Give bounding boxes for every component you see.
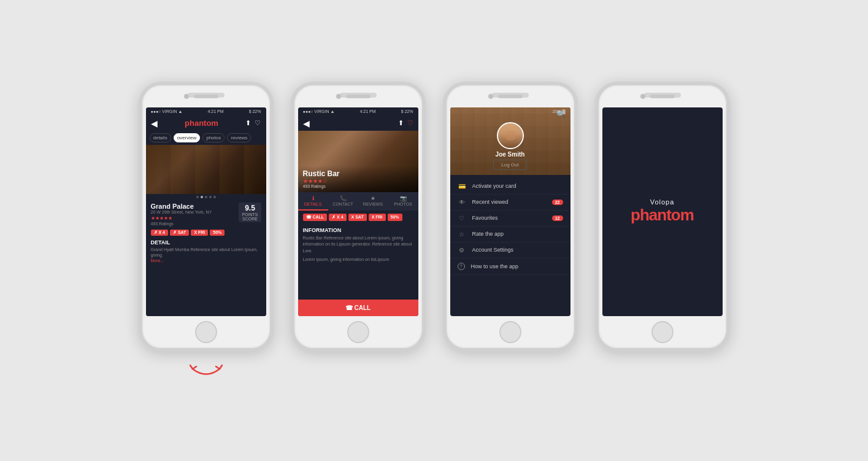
- phone1-dot-2[interactable]: [201, 196, 203, 198]
- phone2-device: ●●●○ VIRGIN ▲ 4:21 PM $ 22% ◀ ⬆ ♡ Ru: [291, 82, 426, 352]
- phone3-avatar: [497, 122, 524, 149]
- phone2-status-right: $ 22%: [401, 109, 413, 114]
- phone2-tags: ☎ CALL ✗ X 4 X SAT X FRI 50%: [298, 211, 418, 224]
- phone1-restaurant-name-block: Grand Palace 20 W 29th Street, New York,…: [151, 203, 212, 228]
- phone3-logout-button[interactable]: Log Out: [493, 160, 526, 170]
- phone2-tab-details[interactable]: ℹ DETAILS: [298, 192, 328, 211]
- phone4-logo-phantom: phantom: [631, 206, 694, 225]
- phone3-menu-item-help[interactable]: ? How to use the app: [450, 258, 570, 275]
- phone1-speaker: [194, 95, 218, 98]
- phone2-tab-reviews[interactable]: ★ REVIEWS: [358, 192, 388, 211]
- phone3-column: 20% ▓ 🔍 Joe Smith Log Out: [443, 82, 578, 380]
- phone2-share-icon[interactable]: ⬆: [398, 119, 404, 127]
- phone1-dot-5[interactable]: [213, 196, 216, 198]
- phone1-share-icon[interactable]: ⬆: [245, 119, 251, 127]
- phone2-info-text2: Lorem Ipsum, giving information on itsLi…: [303, 257, 413, 263]
- phone4-logo-container: Volopa phantom: [631, 198, 694, 225]
- phone2-tag-fri[interactable]: X FRI: [369, 214, 386, 221]
- phone3-camera: [488, 94, 493, 99]
- phone3-menu-item-recent[interactable]: 👁 Recent viewed 22: [450, 195, 570, 211]
- phone1-tag-4[interactable]: 50%: [210, 230, 225, 236]
- phone3-favourites-icon: ♡: [458, 215, 466, 222]
- phone1-screen: ●●●○ VIRGIN ▲ 4:21 PM $ 22% ◀ phantom ⬆ …: [146, 107, 266, 316]
- phone3-recent-badge: 22: [552, 200, 563, 205]
- phone3-status-right: 20% ▓: [552, 109, 565, 114]
- phone1-more-link[interactable]: More...: [151, 258, 261, 263]
- phone2-nav-actions: ⬆ ♡: [398, 119, 413, 127]
- phone2-tabs: ℹ DETAILS 📞 CONTACT ★ REVIEWS 📷 PHOTOS: [298, 192, 418, 211]
- phone1-nav: ◀ phantom ⬆ ♡: [146, 116, 266, 131]
- phone3-settings-label: Account Settings: [472, 247, 563, 253]
- phone2-details-icon: ℹ: [299, 195, 327, 201]
- phone2-back-button[interactable]: ◀: [303, 118, 310, 128]
- phone3-favourites-badge: 12: [552, 215, 563, 221]
- phone3-rate-label: Rate the app: [472, 231, 563, 237]
- phone3-card-icon: 💳: [458, 183, 466, 190]
- phone2-speaker: [346, 95, 371, 98]
- phone1-camera: [184, 94, 189, 99]
- phone3-avatar-area: Joe Smith Log Out: [450, 122, 570, 170]
- phone1-tags: ✗ X 4 ✗ SAT X FRI 50%: [151, 230, 261, 236]
- phone4-home-button[interactable]: [651, 321, 674, 343]
- phone2-bar-name: Rustic Bar: [303, 169, 413, 178]
- phone1-address: 20 W 29th Street, New York, NY: [151, 210, 212, 214]
- phone1-tabs: details overview photos reviews: [146, 131, 266, 145]
- phone3-screen: 20% ▓ 🔍 Joe Smith Log Out: [450, 107, 570, 316]
- phone2-image-overlay: Rustic Bar ★★★★☆ 493 Ratings: [298, 166, 418, 192]
- phone2-column: ●●●○ VIRGIN ▲ 4:21 PM $ 22% ◀ ⬆ ♡ Ru: [291, 82, 426, 380]
- phone1-dot-4[interactable]: [209, 196, 212, 198]
- phone3-card-label: Activate your card: [472, 183, 563, 189]
- phone1-transition-arrow: [188, 358, 225, 380]
- phone4-splash: Volopa phantom: [602, 107, 723, 316]
- phone1-tab-reviews[interactable]: reviews: [227, 133, 251, 142]
- phone3-settings-icon: ⚙: [458, 247, 466, 254]
- phone1-tab-details[interactable]: details: [150, 133, 171, 142]
- phone2-tag-x4[interactable]: ✗ X 4: [329, 214, 346, 221]
- phone2-call-button[interactable]: ☎ CALL: [298, 300, 418, 316]
- phone2-tab-contact[interactable]: 📞 CONTACT: [328, 192, 358, 211]
- phone3-recent-icon: 👁: [458, 199, 466, 206]
- phone1-tab-overview[interactable]: overview: [174, 133, 201, 142]
- phone1-heart-icon[interactable]: ♡: [255, 119, 261, 127]
- phone1-status-right: $ 22%: [249, 109, 261, 114]
- phone4-speaker: [650, 95, 675, 98]
- phone2-tag-50[interactable]: 50%: [388, 214, 402, 221]
- phone1-stars: ★★★★★: [151, 215, 212, 221]
- phone3-menu-item-settings[interactable]: ⚙ Account Settings: [450, 242, 570, 258]
- phone2-contact-icon: 📞: [329, 195, 357, 201]
- phone1-tag-3[interactable]: X FRI: [191, 230, 208, 236]
- phone1-back-button[interactable]: ◀: [151, 118, 158, 128]
- phone1-status-time: 4:21 PM: [207, 109, 223, 114]
- phone2-bar-image: Rustic Bar ★★★★☆ 493 Ratings: [298, 131, 418, 192]
- phone3-speaker: [498, 95, 523, 98]
- phone1-app-title: phantom: [185, 118, 218, 128]
- phone4-screen: Volopa phantom: [602, 107, 723, 316]
- phone1-dot-3[interactable]: [205, 196, 207, 198]
- phone3-home-button[interactable]: [499, 321, 521, 343]
- phone2-tab-photos[interactable]: 📷 PHOTOS: [388, 192, 418, 211]
- phone2-status-time: 4:21 PM: [359, 109, 375, 114]
- phone2-heart-icon[interactable]: ♡: [407, 119, 413, 127]
- phone1-column: ●●●○ VIRGIN ▲ 4:21 PM $ 22% ◀ phantom ⬆ …: [139, 82, 274, 380]
- phone3-menu-item-rate[interactable]: ☆ Rate the app: [450, 227, 570, 242]
- phone2-info-section: INFORMATION Rustic Bar Reference site ab…: [298, 224, 418, 269]
- phone1-tab-photos[interactable]: photos: [202, 133, 225, 142]
- phone3-menu-item-card[interactable]: 💳 Activate your card: [450, 179, 570, 195]
- phone1-detail-title: DETAIL: [151, 239, 261, 246]
- phone1-dot-1[interactable]: [196, 196, 199, 198]
- phone3-device: 20% ▓ 🔍 Joe Smith Log Out: [443, 82, 578, 352]
- phone1-status-bar: ●●●○ VIRGIN ▲ 4:21 PM $ 22%: [146, 107, 266, 116]
- phone2-tag-call[interactable]: ☎ CALL: [303, 214, 328, 221]
- phone3-menu-item-favourites[interactable]: ♡ Favourites 12: [450, 211, 570, 227]
- phone1-tag-2[interactable]: ✗ SAT: [170, 230, 189, 236]
- phone1-home-button[interactable]: [195, 321, 217, 343]
- phone1-title-row: Grand Palace 20 W 29th Street, New York,…: [151, 203, 261, 228]
- phone2-tag-sat[interactable]: X SAT: [348, 214, 367, 221]
- phone2-info-text: Rustic Bar Reference site about Lorem Ip…: [303, 235, 413, 255]
- phone1-status-left: ●●●○ VIRGIN ▲: [151, 109, 183, 114]
- phone1-tag-1[interactable]: ✗ X 4: [151, 230, 168, 236]
- phone3-help-icon: ?: [458, 263, 465, 270]
- phone3-rate-icon: ☆: [458, 231, 466, 238]
- phone2-home-button[interactable]: [347, 321, 369, 343]
- phone1-image-dots: [146, 194, 266, 200]
